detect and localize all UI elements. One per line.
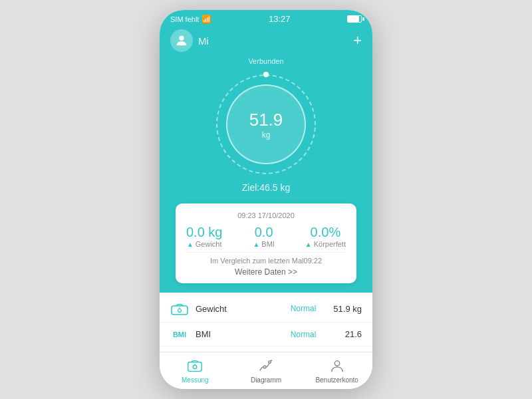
metric-bodyfat: 0.0% ▲ Körperfett (305, 225, 346, 248)
metric-weight-row: ▲ Gewicht (187, 240, 222, 248)
add-button[interactable]: + (353, 33, 362, 48)
more-data-link[interactable]: Weitere Daten >> (186, 267, 346, 277)
metric-bmi: 0.0 ▲ BMI (253, 225, 274, 248)
bmi-status: Normal (288, 330, 319, 339)
avatar[interactable] (170, 29, 193, 52)
svg-rect-4 (188, 362, 201, 371)
metric-bmi-row: ▲ BMI (253, 240, 274, 248)
user-name: Mi (198, 35, 209, 47)
bmi-icon-label: BMI (170, 331, 189, 338)
main-teal-section: 51.9 kg Ziel:46.5 kg (160, 68, 372, 203)
bodyfat-label: Körperfett (314, 240, 346, 248)
metric-bodyfat-row: ▲ Körperfett (305, 240, 346, 248)
status-bar: SIM fehlt 📶 13:27 (160, 10, 372, 27)
metric-weight: 0.0 kg ▲ Gewicht (186, 225, 222, 248)
wifi-icon: 📶 (201, 15, 211, 24)
diagramm-label: Diagramm (251, 376, 281, 384)
metric-weight-value: 0.0 kg (186, 225, 222, 240)
goal-text: Ziel:46.5 kg (242, 182, 290, 193)
dial-inner-ring: 51.9 kg (226, 84, 306, 164)
status-left: SIM fehlt 📶 (170, 15, 211, 24)
svg-point-7 (263, 366, 266, 368)
header: Mi + (160, 27, 372, 57)
dial-weight-value: 51.9 (249, 110, 283, 130)
card-timestamp: 09:23 17/10/2020 (186, 211, 346, 219)
dial-unit: kg (262, 130, 271, 140)
nav-item-diagramm[interactable]: Diagramm (243, 356, 289, 384)
svg-point-2 (178, 309, 182, 313)
phone-frame: SIM fehlt 📶 13:27 Mi + Verbunden (160, 10, 372, 389)
nav-item-messung[interactable]: Messung (172, 356, 218, 384)
card-wrapper: 09:23 17/10/2020 0.0 kg ▲ Gewicht 0.0 ▲ … (160, 203, 372, 293)
svg-point-0 (179, 36, 184, 41)
card-metrics: 0.0 kg ▲ Gewicht 0.0 ▲ BMI 0.0% (186, 225, 346, 248)
bmi-label: BMI (261, 240, 275, 248)
svg-point-5 (194, 365, 198, 369)
status-time: 13:27 (269, 14, 291, 24)
svg-point-9 (334, 361, 339, 366)
weight-list-value: 51.9 kg (325, 304, 362, 314)
connected-status: Verbunden (160, 57, 372, 68)
weight-arrow-icon: ▲ (187, 241, 194, 248)
status-right (347, 15, 362, 23)
list-item-bmi: BMI BMI Normal 21.6 (160, 323, 372, 346)
bodyfat-arrow-icon: ▲ (305, 241, 312, 248)
benutzerkonto-icon (328, 356, 346, 375)
weight-label: Gewicht (196, 240, 222, 248)
data-card: 09:23 17/10/2020 0.0 kg ▲ Gewicht 0.0 ▲ … (176, 203, 356, 283)
list-item-bodyfat-partial: Körperfett Hoch (160, 346, 372, 352)
header-left: Mi (170, 29, 209, 52)
battery-icon (347, 15, 362, 23)
metric-bodyfat-value: 0.0% (311, 225, 341, 240)
weight-dial: 51.9 kg (216, 74, 316, 174)
diagramm-svg-icon (257, 357, 275, 374)
svg-rect-1 (172, 306, 188, 315)
messung-icon (186, 356, 204, 375)
card-comparison: Im Vergleich zum letzten Mal09:22 (186, 252, 346, 265)
messung-svg-icon (186, 357, 203, 374)
bottom-nav: Messung Diagramm Benutzerkonto (160, 352, 372, 389)
list-section: Gewicht Normal 51.9 kg BMI BMI Normal 21… (160, 293, 372, 352)
metric-bmi-value: 0.0 (255, 225, 273, 240)
bmi-list-label: BMI (196, 329, 281, 339)
nav-item-benutzerkonto[interactable]: Benutzerkonto (314, 356, 360, 384)
svg-point-8 (269, 361, 271, 364)
weight-list-label: Gewicht (196, 304, 281, 314)
messung-label: Messung (182, 376, 209, 384)
weight-status: Normal (288, 304, 319, 313)
benutzerkonto-svg-icon (329, 357, 346, 374)
bmi-arrow-icon: ▲ (253, 241, 259, 248)
bmi-list-value: 21.6 (325, 329, 362, 339)
diagramm-icon (257, 356, 275, 375)
battery-fill (348, 16, 359, 22)
list-item-weight: Gewicht Normal 51.9 kg (160, 295, 372, 323)
benutzerkonto-label: Benutzerkonto (315, 376, 358, 384)
scale-svg-icon (171, 302, 188, 315)
weight-icon (170, 302, 189, 315)
user-icon (174, 33, 189, 48)
sim-text: SIM fehlt (170, 15, 199, 23)
